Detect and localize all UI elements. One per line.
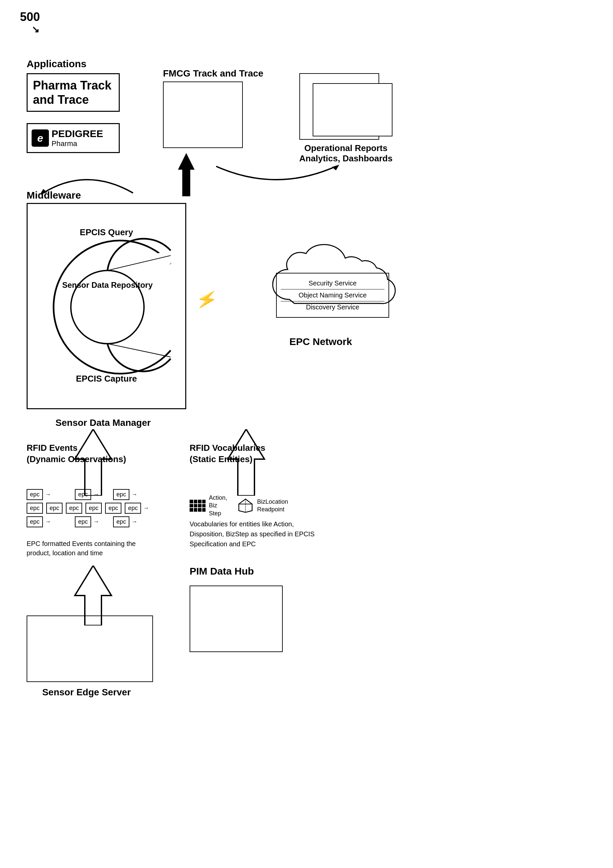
pim-box xyxy=(190,586,283,652)
rfid-vocab-line1: RFID Vocabularies xyxy=(190,443,265,453)
pharma-box: Pharma Track and Trace xyxy=(26,73,120,112)
rfid-vocab-label: RFID Vocabularies (Static Entities) xyxy=(190,442,316,465)
pedigree-box: e PEDIGREE Pharma xyxy=(26,123,120,153)
rfid-events-line1: RFID Events xyxy=(26,443,77,453)
pedigree-title: PEDIGREE xyxy=(51,128,103,140)
action-icon-group: Action,BizStep xyxy=(190,494,227,517)
epcis-query-label: EPCIS Query xyxy=(80,227,133,237)
epc-network-label: EPC Network xyxy=(289,336,352,347)
svg-marker-2 xyxy=(332,165,339,170)
epc-box-r2c1: epc xyxy=(26,503,43,514)
epc-box-r2c3: epc xyxy=(66,503,82,514)
epc-grid: epc → epc → epc → epc epc epc epc epc ep… xyxy=(26,489,193,530)
epc-box-r2c5: epc xyxy=(105,503,121,514)
cloud-services-box: Security Service Object Naming Service D… xyxy=(276,273,389,318)
vocab-caption: Vocabularies for entities like Action, D… xyxy=(190,519,323,549)
c-shape-svg xyxy=(31,217,184,397)
applications-label: Applications xyxy=(26,58,87,70)
epc-row-1: epc → epc → epc → xyxy=(26,489,193,500)
middleware-box: EPCIS Query Sensor Data Repository EPCIS… xyxy=(26,203,186,409)
op-line2: Analytics, Dashboards xyxy=(299,153,393,163)
epc-row-3: epc → epc → epc → xyxy=(26,516,193,527)
fmcg-box xyxy=(163,82,243,148)
pedigree-text: PEDIGREE Pharma xyxy=(51,128,103,148)
rfid-events-label: RFID Events (Dynamic Observations) xyxy=(26,442,140,465)
pedigree-sub: Pharma xyxy=(51,140,103,148)
figure-arrow: ↘ xyxy=(32,24,39,35)
epc-box-r1c1: epc xyxy=(26,489,43,500)
figure-number: 500 xyxy=(20,10,40,24)
action-label: Action,BizStep xyxy=(209,494,227,517)
epc-box-r2c4: epc xyxy=(85,503,102,514)
epc-box-r3c3: epc xyxy=(113,516,129,527)
up-arrow-middle xyxy=(176,153,196,198)
epc-box-r3c1: epc xyxy=(26,516,43,527)
rfid-events-line2: (Dynamic Observations) xyxy=(26,454,126,464)
bizloc-icon-group: BizLocationReadpoint xyxy=(237,498,288,514)
cloud-service-2: Object Naming Service xyxy=(281,290,384,301)
epc-box-r2c2: epc xyxy=(46,503,62,514)
sdm-label: Sensor Data Manager xyxy=(40,417,166,428)
pharma-line1: Pharma Track xyxy=(33,79,111,92)
pharma-line2: and Trace xyxy=(33,93,89,107)
grid-icon xyxy=(190,500,206,512)
bizloc-icon xyxy=(237,498,254,514)
up-arrow-middle-svg xyxy=(176,153,196,196)
pim-label: PIM Data Hub xyxy=(190,566,254,577)
curved-arrow-right-container xyxy=(213,163,339,198)
op-label: Operational Reports Analytics, Dashboard… xyxy=(289,143,402,164)
curved-arrow-right-svg xyxy=(213,163,339,196)
epc-box-r2c6: epc xyxy=(125,503,141,514)
diagram-container: 500 ↘ Applications Pharma Track and Trac… xyxy=(0,0,613,868)
vocab-icons: Action,BizStep BizLocationReadpoint xyxy=(190,494,288,517)
cloud-service-1: Security Service xyxy=(281,277,384,290)
svg-marker-1 xyxy=(178,153,195,196)
middleware-label: Middleware xyxy=(26,190,81,201)
epc-row-2: epc epc epc epc epc epc → xyxy=(26,503,193,514)
epc-caption: EPC formatted Events containing the prod… xyxy=(26,539,153,558)
op-line1: Operational Reports xyxy=(304,143,387,153)
epc-box-r1c2: epc xyxy=(75,489,91,500)
bizloc-label: BizLocationReadpoint xyxy=(257,498,288,514)
op-box-inner xyxy=(313,83,393,136)
epc-box-r3c2: epc xyxy=(75,516,91,527)
epcis-capture-label: EPCIS Capture xyxy=(76,374,137,384)
cloud-service-3: Discovery Service xyxy=(281,301,384,313)
sensor-edge-box xyxy=(26,615,153,682)
epc-box-r1c3: epc xyxy=(113,489,129,500)
sensor-edge-label: Sensor Edge Server xyxy=(33,687,140,698)
lightning-icon: ⚡ xyxy=(195,288,220,312)
pedigree-icon: e xyxy=(32,129,49,147)
fmcg-label: FMCG Track and Trace xyxy=(163,68,263,79)
sensor-repo-label: Sensor Data Repository xyxy=(44,281,170,290)
rfid-vocab-line2: (Static Entities) xyxy=(190,454,252,464)
